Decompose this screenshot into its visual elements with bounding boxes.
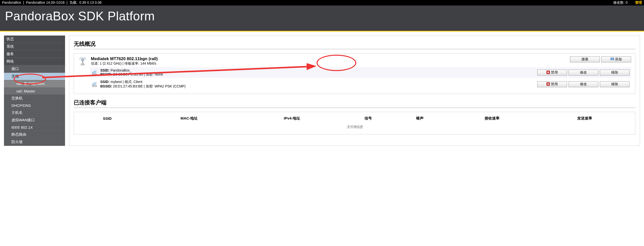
- client-col-header: MAC-地址: [136, 115, 242, 122]
- edit-button[interactable]: 修改: [568, 81, 598, 87]
- svg-rect-4: [612, 59, 613, 59]
- sidebar-item-14[interactable]: 防火墙: [4, 138, 65, 146]
- scan-button[interactable]: 搜索: [570, 56, 600, 62]
- wifi-device-actions: 搜索 添加: [570, 56, 631, 62]
- body-wrap: 状态系统服务网络接口无线ra0: 客户端Clientra0: Master交换机…: [0, 32, 644, 150]
- topbar: PandoraBox | PandoraBox 14.09 r1018 | 负载…: [0, 0, 644, 6]
- wifi-row-actions: 禁用修改移除: [537, 70, 630, 76]
- signal-icon: 90%: [91, 81, 98, 88]
- page-title: PandoraBox SDK Platform: [5, 9, 639, 23]
- svg-rect-11: [93, 83, 94, 85]
- sidebar-item-13[interactable]: 静态路由: [4, 131, 65, 138]
- sidebar-item-2[interactable]: 服务: [4, 51, 65, 58]
- wifi-device-sub: 信道: 1 (2.412 GHz) | 传输速率: 144 Mbit/s: [91, 61, 566, 66]
- disable-button[interactable]: 禁用: [537, 70, 567, 76]
- disable-button[interactable]: 禁用: [537, 81, 567, 87]
- remove-button[interactable]: 移除: [600, 70, 630, 76]
- signal-pct: 90%: [92, 85, 97, 88]
- svg-rect-7: [94, 71, 95, 73]
- main-panel: 无线概况 Mediatek MT7620 802.11bgn (ra0) 信道:…: [69, 36, 640, 146]
- add-icon: [610, 58, 614, 61]
- client-col-header: 噪声: [394, 115, 446, 122]
- client-col-header: 接收速率: [446, 115, 538, 122]
- svg-rect-8: [96, 70, 96, 73]
- sidebar-item-3[interactable]: 网络: [4, 58, 65, 65]
- add-button[interactable]: 添加: [601, 56, 631, 62]
- wifi-device-info: Mediatek MT7620 802.11bgn (ra0) 信道: 1 (2…: [91, 56, 566, 66]
- version: PandoraBox 14.09 r1018: [26, 1, 64, 5]
- sidebar-item-9[interactable]: DHCP/DNS: [4, 102, 65, 109]
- wifi-network-row: 90%SSID: mybest | 模式: ClientBSSID: 28:D1…: [90, 79, 631, 90]
- wifi-row-info: SSID: PandoraBox_BSSID: B0:68:B6:FC:B1:8…: [100, 68, 535, 77]
- wifi-device-name: Mediatek MT7620 802.11bgn (ra0): [91, 56, 566, 61]
- load-label: 负载:: [70, 1, 78, 5]
- no-clients-info: 无可用信息: [78, 122, 631, 132]
- brand: PandoraBox: [2, 1, 21, 5]
- remove-button[interactable]: 移除: [600, 81, 630, 87]
- disable-icon: [546, 71, 550, 75]
- header: PandoraBox SDK Platform: [0, 6, 644, 32]
- sidebar: 状态系统服务网络接口无线ra0: 客户端Clientra0: Master交换机…: [4, 36, 65, 146]
- client-col-header: SSID: [78, 115, 136, 122]
- topbar-right: 修改数: 0 管理: [613, 1, 642, 5]
- edit-button[interactable]: 修改: [568, 70, 598, 76]
- wifi-row-actions: 禁用修改移除: [537, 81, 630, 87]
- wifi-row-info: SSID: mybest | 模式: ClientBSSID: 28:D1:27…: [100, 80, 535, 89]
- antenna-icon: [78, 56, 88, 66]
- sidebar-item-1[interactable]: 系统: [4, 43, 65, 51]
- sidebar-item-10[interactable]: 主机名: [4, 109, 65, 117]
- client-col-header: 发送速率: [538, 115, 631, 122]
- sidebar-item-6[interactable]: ra0: 客户端Client: [4, 80, 65, 88]
- sidebar-item-7[interactable]: ra0: Master: [4, 88, 65, 95]
- svg-rect-12: [94, 82, 95, 85]
- sidebar-item-12[interactable]: IEEE 802.1X: [4, 124, 65, 131]
- topbar-left: PandoraBox | PandoraBox 14.09 r1018 | 负载…: [2, 1, 102, 5]
- section-wireless-overview: 无线概况: [74, 40, 635, 49]
- signal-pct: 90%: [92, 73, 97, 76]
- sidebar-item-11[interactable]: 虚拟WAN接口: [4, 117, 65, 124]
- admin-link[interactable]: 管理: [635, 1, 642, 5]
- sidebar-item-8[interactable]: 交换机: [4, 95, 65, 102]
- client-col-header: 信号: [342, 115, 394, 122]
- client-col-header: IPv4-地址: [242, 115, 342, 122]
- svg-rect-13: [96, 82, 96, 85]
- disable-icon: [546, 82, 550, 87]
- sidebar-item-5[interactable]: 无线: [4, 73, 65, 80]
- signal-icon: 90%: [91, 70, 98, 76]
- wifi-network-row: 90%SSID: PandoraBox_BSSID: B0:68:B6:FC:B…: [90, 67, 631, 78]
- sidebar-item-0[interactable]: 状态: [4, 36, 65, 43]
- load-value: 0.39 0.13 0.08: [79, 1, 102, 5]
- mod-count[interactable]: 修改数: 0: [613, 1, 628, 5]
- section-clients: 已连接客户端: [74, 99, 635, 108]
- wifi-device-card: Mediatek MT7620 802.11bgn (ra0) 信道: 1 (2…: [74, 53, 635, 94]
- wifi-head: Mediatek MT7620 802.11bgn (ra0) 信道: 1 (2…: [78, 56, 631, 66]
- clients-table: SSIDMAC-地址IPv4-地址信号噪声接收速率发送速率 无可用信息: [74, 112, 635, 134]
- sidebar-item-4[interactable]: 接口: [4, 65, 65, 73]
- svg-rect-6: [93, 71, 94, 73]
